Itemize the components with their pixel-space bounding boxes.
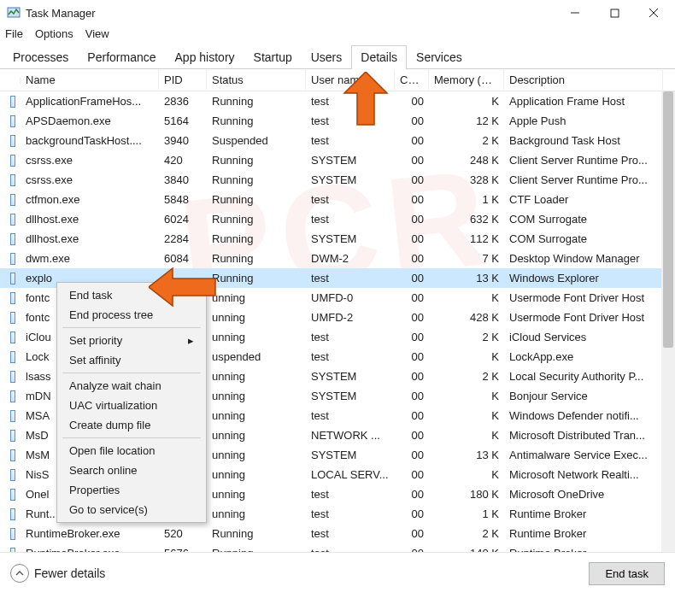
table-row[interactable]: dllhost.exe6024Runningtest00632 KCOM Sur… [0, 209, 675, 229]
close-button[interactable] [634, 0, 673, 26]
cell-desc: Windows Explorer [504, 272, 663, 285]
cell-user: test [306, 331, 395, 343]
table-row[interactable]: csrss.exe3840RunningSYSTEM00328 KClient … [0, 170, 675, 190]
col-user[interactable]: User name [306, 70, 395, 90]
cell-mem: K [429, 291, 504, 304]
cell-status: Running [207, 114, 306, 127]
cell-cpu: 00 [395, 331, 429, 343]
table-row[interactable]: RuntimeBroker.exe520Runningtest002 KRunt… [0, 524, 675, 543]
cell-user: test [306, 134, 395, 147]
cell-cpu: 00 [395, 527, 429, 540]
end-task-button[interactable]: End task [589, 562, 665, 585]
cell-mem: K [429, 468, 504, 481]
table-row[interactable]: ctfmon.exe5848Runningtest001 KCTF Loader [0, 190, 675, 209]
chevron-up-icon [10, 564, 29, 583]
cell-status: Running [207, 154, 306, 167]
ctx-create-dump-file[interactable]: Create dump file [59, 415, 204, 435]
cell-pid: 6024 [159, 213, 207, 226]
process-icon [5, 253, 21, 265]
menu-file[interactable]: File [5, 27, 23, 40]
col-desc[interactable]: Description [504, 70, 663, 90]
cell-status: unning [207, 507, 306, 520]
table-row[interactable]: APSDaemon.exe5164Runningtest0012 KApple … [0, 111, 675, 131]
tab-bar: Processes Performance App history Startu… [0, 45, 675, 69]
process-icon [5, 430, 21, 442]
cell-status: Running [207, 193, 306, 206]
ctx-end-task[interactable]: End task [59, 285, 204, 305]
tab-performance[interactable]: Performance [78, 45, 165, 69]
table-row[interactable]: csrss.exe420RunningSYSTEM00248 KClient S… [0, 150, 675, 170]
ctx-uac-virtualization[interactable]: UAC virtualization [59, 396, 204, 415]
col-name[interactable]: Name [21, 70, 159, 90]
cell-pid: 2836 [159, 95, 207, 108]
cell-mem: 1 K [429, 507, 504, 520]
tab-users[interactable]: Users [302, 45, 352, 69]
process-icon [5, 449, 21, 461]
table-row[interactable]: RuntimeBroker.exe5676Runningtest00140 KR… [0, 543, 675, 553]
ctx-search-online[interactable]: Search online [59, 461, 204, 480]
cell-desc: Microsoft Distributed Tran... [504, 429, 663, 442]
scrollbar[interactable] [661, 91, 675, 552]
cell-status: unning [207, 390, 306, 402]
cell-user: test [306, 527, 395, 540]
process-icon [5, 273, 21, 285]
svg-rect-2 [611, 9, 619, 17]
table-row[interactable]: backgroundTaskHost....3940Suspendedtest0… [0, 131, 675, 150]
cell-pid: 5676 [159, 547, 207, 553]
cell-mem: K [429, 429, 504, 442]
cell-user: UMFD-0 [306, 291, 395, 304]
cell-desc: Antimalware Service Exec... [504, 449, 663, 461]
cell-mem: K [429, 95, 504, 108]
cell-user: test [306, 507, 395, 520]
context-menu: End task End process tree Set priority▸ … [56, 282, 207, 523]
table-row[interactable]: ApplicationFrameHos...2836Runningtest00K… [0, 91, 675, 111]
cell-mem: K [429, 390, 504, 402]
ctx-open-file-location[interactable]: Open file location [59, 441, 204, 461]
maximize-button[interactable] [595, 0, 634, 26]
col-pid[interactable]: PID [159, 70, 207, 90]
ctx-properties[interactable]: Properties [59, 480, 204, 500]
ctx-set-affinity[interactable]: Set affinity [59, 350, 204, 370]
cell-user: SYSTEM [306, 370, 395, 383]
tab-startup[interactable]: Startup [244, 45, 302, 69]
cell-status: unning [207, 468, 306, 481]
table-row[interactable]: dwm.exe6084RunningDWM-2007 KDesktop Wind… [0, 249, 675, 268]
cell-desc: COM Surrogate [504, 213, 663, 226]
cell-user: test [306, 350, 395, 363]
cell-status: unning [207, 291, 306, 304]
ctx-analyze-wait-chain[interactable]: Analyze wait chain [59, 376, 204, 396]
process-icon [5, 292, 21, 304]
tab-apphistory[interactable]: App history [166, 45, 244, 69]
col-cpu[interactable]: CPU [395, 70, 429, 90]
taskmgr-icon [7, 6, 21, 20]
cell-desc: Local Security Authority P... [504, 370, 663, 383]
minimize-button[interactable] [555, 0, 595, 26]
cell-cpu: 00 [395, 232, 429, 245]
cell-cpu: 00 [395, 370, 429, 383]
menu-options[interactable]: Options [35, 27, 73, 40]
ctx-go-to-service[interactable]: Go to service(s) [59, 500, 204, 519]
cell-mem: K [429, 350, 504, 363]
cell-status: unning [207, 429, 306, 442]
cell-user: test [306, 409, 395, 422]
process-icon [5, 489, 21, 501]
ctx-end-process-tree[interactable]: End process tree [59, 305, 204, 325]
scroll-thumb[interactable] [663, 91, 673, 348]
table-row[interactable]: dllhost.exe2284RunningSYSTEM00112 KCOM S… [0, 229, 675, 249]
cell-mem: K [429, 409, 504, 422]
tab-services[interactable]: Services [407, 45, 472, 69]
tab-processes[interactable]: Processes [3, 45, 78, 69]
cell-user: NETWORK ... [306, 429, 395, 442]
cell-status: Running [207, 252, 306, 265]
cell-name: csrss.exe [21, 173, 159, 186]
col-mem[interactable]: Memory (pri... [429, 70, 504, 90]
col-status[interactable]: Status [207, 70, 306, 90]
cell-user: test [306, 114, 395, 127]
cell-mem: 13 K [429, 272, 504, 285]
ctx-set-priority[interactable]: Set priority▸ [59, 331, 204, 350]
cell-pid: 3840 [159, 173, 207, 186]
tab-details[interactable]: Details [351, 45, 407, 69]
menu-view[interactable]: View [85, 27, 109, 40]
fewer-details-button[interactable]: Fewer details [10, 564, 589, 583]
cell-desc: Runtime Broker [504, 507, 663, 520]
